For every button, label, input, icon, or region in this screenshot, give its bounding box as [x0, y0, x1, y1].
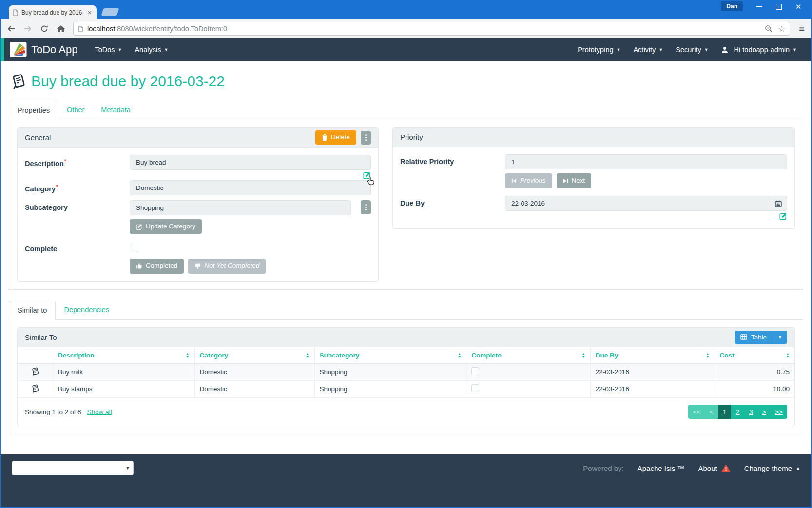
page-next[interactable]: > — [757, 405, 771, 419]
next-button[interactable]: Next — [557, 173, 592, 188]
maximize-button[interactable] — [769, 0, 789, 13]
table-row[interactable]: Buy milk Domestic Shopping 22-03-2016 0.… — [18, 363, 794, 380]
page-first[interactable]: << — [688, 405, 705, 419]
sort-icon[interactable]: ▲▼ — [581, 353, 585, 358]
menu-user[interactable]: Hi todoapp-admin ▼ — [721, 46, 797, 54]
thumbs-down-icon — [194, 263, 201, 269]
category-label: Category* — [25, 180, 130, 193]
tab-other[interactable]: Other — [58, 101, 93, 119]
app-brand[interactable]: ToDo App — [10, 42, 77, 57]
back-button[interactable] — [6, 23, 17, 34]
complete-checkbox[interactable] — [130, 245, 137, 252]
browser-tab[interactable]: Buy bread due by 2016-0 × — [9, 5, 97, 19]
table-view-button[interactable]: Table — [735, 331, 773, 344]
forward-button[interactable] — [22, 23, 33, 34]
caret-down-icon: ▼ — [617, 47, 621, 52]
apache-isis-link[interactable]: Apache Isis ™ — [638, 464, 685, 472]
browser-titlebar: Buy bread due by 2016-0 × Dan ✕ — [1, 0, 811, 19]
column-cost[interactable]: Cost▲▼ — [715, 347, 794, 364]
url-text[interactable]: localhost:8080/wicket/entity/todo.ToDoIt… — [87, 25, 759, 33]
row-complete-checkbox[interactable] — [471, 367, 479, 375]
sort-icon[interactable]: ▲▼ — [706, 353, 709, 358]
browser-toolbar: localhost:8080/wicket/entity/todo.ToDoIt… — [1, 19, 811, 38]
cell-cost: 0.75 — [715, 363, 794, 380]
category-value[interactable]: Domestic — [130, 180, 371, 195]
relative-priority-value[interactable]: 1 — [505, 154, 787, 169]
column-description[interactable]: Description▲▼ — [53, 347, 195, 364]
subcategory-value[interactable]: Shopping — [130, 200, 351, 215]
description-value[interactable]: Buy bread — [130, 155, 371, 170]
refresh-button[interactable] — [39, 23, 50, 34]
general-more-actions-button[interactable] — [361, 131, 371, 145]
page-2[interactable]: 2 — [731, 405, 744, 419]
similar-to-heading-label: Similar To — [25, 333, 57, 341]
todo-item-icon — [11, 74, 26, 89]
menu-todos[interactable]: ToDos ▼ — [95, 46, 122, 54]
select-dropdown-button[interactable]: ▼ — [122, 461, 133, 475]
column-due-by[interactable]: Due By▲▼ — [590, 347, 715, 364]
pagination: << < 1 2 3 > >> — [688, 405, 787, 419]
theme-select[interactable]: ▼ — [12, 461, 134, 475]
menu-prototyping[interactable]: Prototyping ▼ — [578, 46, 620, 54]
about-link[interactable]: About — [698, 464, 730, 472]
sort-icon[interactable]: ▲▼ — [306, 353, 309, 358]
relative-priority-label: Relative Priority — [400, 154, 505, 166]
cell-category: Domestic — [194, 380, 314, 397]
tab-similar-to[interactable]: Similar to — [9, 301, 56, 320]
browser-menu-icon[interactable]: ≡ — [797, 23, 806, 35]
completed-button[interactable]: Completed — [130, 259, 184, 273]
menu-security[interactable]: Security ▼ — [676, 46, 708, 54]
sort-icon[interactable]: ▲▼ — [186, 353, 189, 358]
page-last[interactable]: >> — [771, 405, 787, 419]
properties-tab-pane: General Delete Description* Buy bread — [9, 119, 803, 290]
edit-pencil-icon[interactable] — [779, 212, 787, 220]
previous-button[interactable]: Previous — [505, 173, 552, 188]
cell-description[interactable]: Buy stamps — [53, 380, 195, 397]
page-3[interactable]: 3 — [744, 405, 757, 419]
url-bar[interactable]: localhost:8080/wicket/entity/todo.ToDoIt… — [73, 22, 790, 36]
update-category-button[interactable]: Update Category — [130, 219, 202, 234]
column-complete[interactable]: Complete▲▼ — [466, 347, 590, 364]
tab-close-icon[interactable]: × — [87, 9, 93, 16]
table-row[interactable]: Buy stamps Domestic Shopping 22-03-2016 … — [18, 380, 794, 397]
not-yet-completed-button[interactable]: Not Yet Completed — [188, 259, 266, 273]
column-category[interactable]: Category▲▼ — [194, 347, 314, 364]
general-panel-heading: General Delete — [18, 128, 378, 148]
menu-analysis[interactable]: Analysis ▼ — [135, 46, 168, 54]
menu-activity-label: Activity — [633, 46, 656, 54]
change-theme-link[interactable]: Change theme ▲ — [744, 464, 800, 472]
collection-tabs: Similar to Dependencies — [9, 301, 803, 320]
page-1[interactable]: 1 — [718, 405, 731, 419]
zoom-out-button[interactable] — [763, 23, 774, 34]
due-by-value[interactable]: 22-03-2016 — [505, 196, 770, 211]
warning-icon — [721, 464, 731, 472]
sort-icon[interactable]: ▲▼ — [458, 353, 461, 358]
show-all-link[interactable]: Show all — [87, 408, 112, 415]
tab-dependencies[interactable]: Dependencies — [56, 301, 117, 320]
page-prev[interactable]: < — [705, 405, 718, 419]
delete-button[interactable]: Delete — [315, 130, 356, 145]
caret-up-icon: ▲ — [796, 466, 800, 470]
table-view-dropdown-button[interactable]: ▼ — [773, 331, 787, 344]
completed-label: Completed — [146, 262, 177, 270]
subcategory-more-actions-button[interactable] — [361, 200, 371, 214]
cell-description[interactable]: Buy milk — [53, 363, 195, 380]
bookmark-star-icon[interactable]: ☆ — [778, 24, 785, 34]
priority-panel: Priority Relative Priority 1 — [392, 127, 795, 229]
row-complete-checkbox[interactable] — [471, 384, 479, 392]
sort-icon[interactable]: ▲▼ — [786, 353, 790, 358]
refresh-icon — [40, 25, 48, 33]
close-button[interactable]: ✕ — [789, 0, 808, 13]
column-subcategory[interactable]: Subcategory▲▼ — [314, 347, 466, 364]
browser-profile-badge[interactable]: Dan — [721, 1, 743, 11]
menu-activity[interactable]: Activity ▼ — [633, 46, 663, 54]
minimize-button[interactable] — [750, 0, 769, 13]
tab-properties[interactable]: Properties — [9, 101, 58, 119]
url-path: :8080/wicket/entity/todo.ToDoItem:0 — [115, 25, 227, 33]
tab-metadata[interactable]: Metadata — [93, 101, 138, 119]
new-tab-button[interactable] — [101, 8, 119, 16]
home-button[interactable] — [56, 23, 66, 34]
app-logo-icon — [10, 42, 27, 57]
table-header-row: Description▲▼ Category▲▼ Subcategory▲▼ C… — [18, 347, 794, 364]
calendar-addon[interactable] — [770, 196, 787, 211]
